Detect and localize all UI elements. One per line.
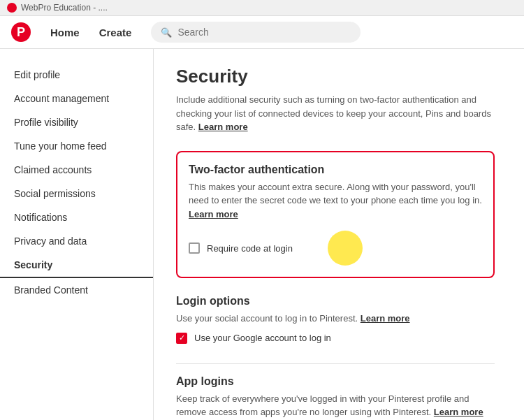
- divider-1: [176, 363, 495, 364]
- sidebar-item-tune-home-feed[interactable]: Tune your home feed: [0, 134, 153, 158]
- app-logins-section: App logins Keep track of everywhere you'…: [176, 375, 495, 421]
- sidebar: Edit profile Account management Profile …: [0, 49, 154, 420]
- app-logins-title: App logins: [176, 375, 495, 388]
- app-logins-learn-more[interactable]: Learn more: [434, 407, 483, 417]
- two-factor-box: Two-factor authentication This makes you…: [176, 151, 495, 279]
- highlight-circle: [328, 231, 363, 266]
- sidebar-item-notifications[interactable]: Notifications: [0, 205, 153, 229]
- search-input[interactable]: [177, 27, 351, 38]
- two-factor-title: Two-factor authentication: [189, 164, 482, 176]
- sidebar-item-profile-visibility[interactable]: Profile visibility: [0, 110, 153, 134]
- page-desc-learn-more[interactable]: Learn more: [198, 122, 248, 132]
- create-nav-link[interactable]: Create: [91, 22, 140, 43]
- page-description: Include additional security such as turn…: [176, 93, 495, 134]
- google-account-checkbox[interactable]: ✓: [176, 333, 187, 344]
- sidebar-item-branded-content[interactable]: Branded Content: [0, 278, 153, 302]
- sidebar-item-edit-profile[interactable]: Edit profile: [0, 63, 153, 87]
- login-options-section: Login options Use your social account to…: [176, 295, 495, 344]
- search-icon: 🔍: [161, 27, 172, 38]
- title-bar-favicon: [7, 3, 17, 13]
- main-layout: Edit profile Account management Profile …: [0, 49, 524, 420]
- login-options-learn-more[interactable]: Learn more: [361, 313, 410, 324]
- require-code-checkbox[interactable]: [189, 242, 200, 254]
- app-logins-desc: Keep track of everywhere you've logged i…: [176, 392, 495, 419]
- home-nav-link[interactable]: Home: [42, 22, 88, 43]
- logo-char: P: [17, 25, 25, 40]
- pinterest-logo[interactable]: P: [11, 22, 31, 42]
- sidebar-item-security[interactable]: Security: [0, 253, 153, 278]
- title-bar-label: WebPro Education - ....: [21, 3, 108, 13]
- login-options-title: Login options: [176, 295, 495, 307]
- top-nav: P Home Create 🔍: [0, 16, 524, 49]
- content-area: Security Include additional security suc…: [154, 49, 517, 420]
- require-code-label: Require code at login: [207, 243, 293, 254]
- sidebar-item-privacy-data[interactable]: Privacy and data: [0, 229, 153, 253]
- require-code-row: Require code at login: [189, 242, 293, 254]
- login-options-desc: Use your social account to log in to Pin…: [176, 312, 495, 326]
- two-factor-desc: This makes your account extra secure. Al…: [189, 180, 482, 222]
- page-title: Security: [176, 66, 495, 87]
- sidebar-item-claimed-accounts[interactable]: Claimed accounts: [0, 158, 153, 182]
- title-bar: WebPro Education - ....: [0, 0, 524, 16]
- search-bar[interactable]: 🔍: [151, 22, 361, 43]
- two-factor-learn-more[interactable]: Learn more: [189, 209, 238, 219]
- nav-links: Home Create: [42, 22, 140, 43]
- google-login-row: ✓ Use your Google account to log in: [176, 333, 495, 344]
- sidebar-item-social-permissions[interactable]: Social permissions: [0, 182, 153, 205]
- google-login-label: Use your Google account to log in: [194, 333, 331, 343]
- sidebar-item-account-management[interactable]: Account management: [0, 87, 153, 110]
